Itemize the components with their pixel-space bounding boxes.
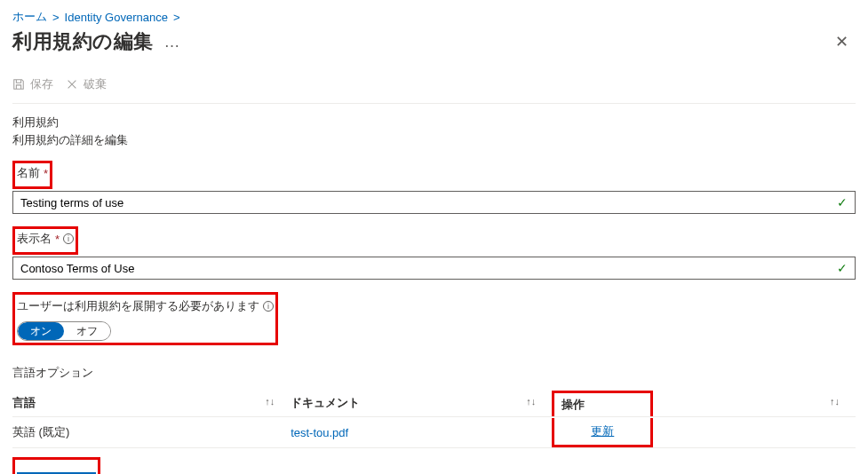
discard-icon [66, 78, 78, 91]
row-document-link[interactable]: test-tou.pdf [291, 426, 348, 439]
toggle-on[interactable]: オン [18, 322, 64, 340]
save-button[interactable]: 保存 [12, 76, 53, 92]
section-heading: 利用規約 [12, 115, 856, 130]
display-name-input-wrap: ✓ [12, 257, 856, 280]
check-icon: ✓ [830, 261, 855, 275]
breadcrumb-identity-governance[interactable]: Identity Governance [65, 11, 168, 24]
display-name-label: 表示名 [17, 231, 52, 247]
column-language-label: 言語 [12, 396, 36, 409]
chevron-right-icon: > [52, 11, 60, 24]
table-row: 英語 (既定) test-tou.pdf 更新 [12, 417, 856, 448]
column-language[interactable]: 言語 ↑↓ [12, 390, 291, 417]
languages-heading: 言語オプション [12, 365, 856, 381]
more-button[interactable]: … [164, 33, 181, 51]
display-name-input[interactable] [13, 257, 830, 279]
close-icon[interactable]: ✕ [828, 28, 856, 55]
sort-icon[interactable]: ↑↓ [265, 396, 275, 407]
sort-icon[interactable]: ↑↓ [526, 396, 536, 407]
save-label: 保存 [30, 76, 53, 92]
breadcrumb: ホーム > Identity Governance > [12, 9, 856, 25]
save-icon [12, 78, 25, 91]
column-action-highlighted: 操作 [552, 390, 653, 417]
name-input-wrap: ✓ [12, 191, 856, 214]
info-icon[interactable]: i [263, 301, 274, 312]
discard-label: 破棄 [84, 76, 107, 92]
discard-button[interactable]: 破棄 [66, 76, 107, 92]
toolbar: 保存 破棄 [12, 71, 856, 104]
expand-toggle[interactable]: オン オフ [17, 321, 111, 341]
breadcrumb-home[interactable]: ホーム [12, 9, 47, 25]
column-document-label: ドキュメント [291, 396, 360, 409]
section-subheading: 利用規約の詳細を編集 [12, 132, 856, 148]
languages-table: 言語 ↑↓ ドキュメント ↑↓ 操作 ↑↓ 英語 (既定) test-tou.p… [12, 390, 856, 448]
page-title: 利用規約の編集 [12, 28, 154, 55]
info-icon[interactable]: i [63, 233, 74, 244]
sort-icon[interactable]: ↑↓ [830, 396, 840, 407]
chevron-right-icon: > [173, 11, 180, 24]
expand-required-label: ユーザーは利用規約を展開する必要があります [17, 298, 259, 314]
column-document[interactable]: ドキュメント ↑↓ [291, 390, 552, 417]
row-update-link[interactable]: 更新 [561, 423, 643, 439]
name-input[interactable] [13, 192, 830, 213]
required-mark: * [55, 233, 60, 246]
toggle-off[interactable]: オフ [64, 322, 110, 340]
column-action-label: 操作 [561, 398, 585, 411]
name-label: 名前 [17, 165, 40, 181]
row-language: 英語 (既定) [12, 417, 291, 448]
column-end: ↑↓ [653, 390, 856, 417]
check-icon: ✓ [830, 195, 855, 209]
required-mark: * [44, 167, 48, 180]
